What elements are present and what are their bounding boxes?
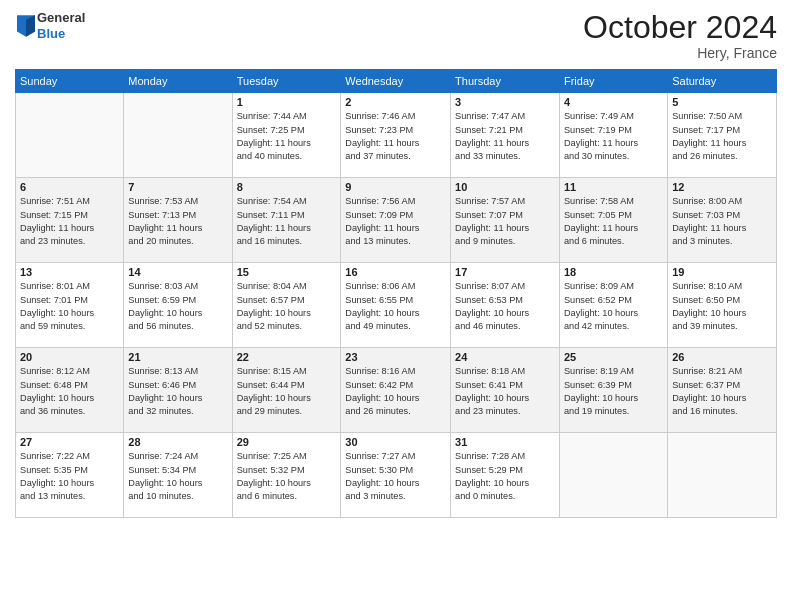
- day-number: 5: [672, 96, 772, 108]
- day-number: 28: [128, 436, 227, 448]
- calendar-cell: 2Sunrise: 7:46 AMSunset: 7:23 PMDaylight…: [341, 93, 451, 178]
- day-info: Sunrise: 8:13 AMSunset: 6:46 PMDaylight:…: [128, 365, 227, 418]
- calendar-week-row: 13Sunrise: 8:01 AMSunset: 7:01 PMDayligh…: [16, 263, 777, 348]
- location: Hery, France: [583, 45, 777, 61]
- logo: General Blue: [15, 10, 85, 41]
- day-number: 9: [345, 181, 446, 193]
- logo-icon: [17, 15, 35, 37]
- calendar-cell: 11Sunrise: 7:58 AMSunset: 7:05 PMDayligh…: [559, 178, 667, 263]
- header-wednesday: Wednesday: [341, 70, 451, 93]
- day-number: 30: [345, 436, 446, 448]
- day-info: Sunrise: 8:16 AMSunset: 6:42 PMDaylight:…: [345, 365, 446, 418]
- header-friday: Friday: [559, 70, 667, 93]
- calendar-cell: 21Sunrise: 8:13 AMSunset: 6:46 PMDayligh…: [124, 348, 232, 433]
- calendar-cell: 26Sunrise: 8:21 AMSunset: 6:37 PMDayligh…: [668, 348, 777, 433]
- calendar-cell: 9Sunrise: 7:56 AMSunset: 7:09 PMDaylight…: [341, 178, 451, 263]
- day-info: Sunrise: 7:25 AMSunset: 5:32 PMDaylight:…: [237, 450, 337, 503]
- calendar-week-row: 6Sunrise: 7:51 AMSunset: 7:15 PMDaylight…: [16, 178, 777, 263]
- day-info: Sunrise: 8:00 AMSunset: 7:03 PMDaylight:…: [672, 195, 772, 248]
- day-info: Sunrise: 8:21 AMSunset: 6:37 PMDaylight:…: [672, 365, 772, 418]
- calendar-cell: 13Sunrise: 8:01 AMSunset: 7:01 PMDayligh…: [16, 263, 124, 348]
- calendar-week-row: 27Sunrise: 7:22 AMSunset: 5:35 PMDayligh…: [16, 433, 777, 518]
- calendar-cell: 29Sunrise: 7:25 AMSunset: 5:32 PMDayligh…: [232, 433, 341, 518]
- day-number: 21: [128, 351, 227, 363]
- day-info: Sunrise: 7:58 AMSunset: 7:05 PMDaylight:…: [564, 195, 663, 248]
- day-number: 27: [20, 436, 119, 448]
- calendar-cell: [668, 433, 777, 518]
- header: General Blue October 2024 Hery, France: [15, 10, 777, 61]
- calendar-week-row: 20Sunrise: 8:12 AMSunset: 6:48 PMDayligh…: [16, 348, 777, 433]
- day-number: 15: [237, 266, 337, 278]
- day-number: 13: [20, 266, 119, 278]
- day-info: Sunrise: 7:51 AMSunset: 7:15 PMDaylight:…: [20, 195, 119, 248]
- header-saturday: Saturday: [668, 70, 777, 93]
- day-info: Sunrise: 8:18 AMSunset: 6:41 PMDaylight:…: [455, 365, 555, 418]
- day-number: 18: [564, 266, 663, 278]
- day-number: 7: [128, 181, 227, 193]
- calendar-cell: 22Sunrise: 8:15 AMSunset: 6:44 PMDayligh…: [232, 348, 341, 433]
- day-number: 8: [237, 181, 337, 193]
- day-number: 17: [455, 266, 555, 278]
- day-info: Sunrise: 7:28 AMSunset: 5:29 PMDaylight:…: [455, 450, 555, 503]
- calendar-cell: 25Sunrise: 8:19 AMSunset: 6:39 PMDayligh…: [559, 348, 667, 433]
- calendar-table: SundayMondayTuesdayWednesdayThursdayFrid…: [15, 69, 777, 518]
- header-tuesday: Tuesday: [232, 70, 341, 93]
- day-number: 2: [345, 96, 446, 108]
- day-info: Sunrise: 8:19 AMSunset: 6:39 PMDaylight:…: [564, 365, 663, 418]
- day-number: 6: [20, 181, 119, 193]
- day-number: 1: [237, 96, 337, 108]
- calendar-cell: 27Sunrise: 7:22 AMSunset: 5:35 PMDayligh…: [16, 433, 124, 518]
- day-info: Sunrise: 7:56 AMSunset: 7:09 PMDaylight:…: [345, 195, 446, 248]
- calendar-cell: 28Sunrise: 7:24 AMSunset: 5:34 PMDayligh…: [124, 433, 232, 518]
- header-sunday: Sunday: [16, 70, 124, 93]
- calendar-cell: [559, 433, 667, 518]
- calendar-cell: 4Sunrise: 7:49 AMSunset: 7:19 PMDaylight…: [559, 93, 667, 178]
- day-info: Sunrise: 7:44 AMSunset: 7:25 PMDaylight:…: [237, 110, 337, 163]
- logo-text: General Blue: [37, 10, 85, 41]
- calendar-cell: 10Sunrise: 7:57 AMSunset: 7:07 PMDayligh…: [451, 178, 560, 263]
- day-info: Sunrise: 8:04 AMSunset: 6:57 PMDaylight:…: [237, 280, 337, 333]
- day-info: Sunrise: 7:50 AMSunset: 7:17 PMDaylight:…: [672, 110, 772, 163]
- calendar-cell: 24Sunrise: 8:18 AMSunset: 6:41 PMDayligh…: [451, 348, 560, 433]
- day-info: Sunrise: 7:54 AMSunset: 7:11 PMDaylight:…: [237, 195, 337, 248]
- day-number: 11: [564, 181, 663, 193]
- calendar-cell: [16, 93, 124, 178]
- day-info: Sunrise: 7:57 AMSunset: 7:07 PMDaylight:…: [455, 195, 555, 248]
- day-info: Sunrise: 8:03 AMSunset: 6:59 PMDaylight:…: [128, 280, 227, 333]
- day-info: Sunrise: 8:06 AMSunset: 6:55 PMDaylight:…: [345, 280, 446, 333]
- day-number: 4: [564, 96, 663, 108]
- day-number: 25: [564, 351, 663, 363]
- day-number: 24: [455, 351, 555, 363]
- day-number: 20: [20, 351, 119, 363]
- calendar-cell: 12Sunrise: 8:00 AMSunset: 7:03 PMDayligh…: [668, 178, 777, 263]
- calendar-cell: 5Sunrise: 7:50 AMSunset: 7:17 PMDaylight…: [668, 93, 777, 178]
- day-info: Sunrise: 7:22 AMSunset: 5:35 PMDaylight:…: [20, 450, 119, 503]
- day-number: 23: [345, 351, 446, 363]
- calendar-cell: 31Sunrise: 7:28 AMSunset: 5:29 PMDayligh…: [451, 433, 560, 518]
- month-title: October 2024: [583, 10, 777, 45]
- day-info: Sunrise: 7:27 AMSunset: 5:30 PMDaylight:…: [345, 450, 446, 503]
- day-info: Sunrise: 8:12 AMSunset: 6:48 PMDaylight:…: [20, 365, 119, 418]
- day-number: 22: [237, 351, 337, 363]
- day-number: 14: [128, 266, 227, 278]
- day-number: 29: [237, 436, 337, 448]
- calendar-cell: 18Sunrise: 8:09 AMSunset: 6:52 PMDayligh…: [559, 263, 667, 348]
- calendar-cell: 17Sunrise: 8:07 AMSunset: 6:53 PMDayligh…: [451, 263, 560, 348]
- calendar-cell: 1Sunrise: 7:44 AMSunset: 7:25 PMDaylight…: [232, 93, 341, 178]
- day-info: Sunrise: 7:49 AMSunset: 7:19 PMDaylight:…: [564, 110, 663, 163]
- calendar-cell: [124, 93, 232, 178]
- day-number: 26: [672, 351, 772, 363]
- calendar-cell: 6Sunrise: 7:51 AMSunset: 7:15 PMDaylight…: [16, 178, 124, 263]
- header-monday: Monday: [124, 70, 232, 93]
- calendar-cell: 8Sunrise: 7:54 AMSunset: 7:11 PMDaylight…: [232, 178, 341, 263]
- day-number: 12: [672, 181, 772, 193]
- day-info: Sunrise: 7:53 AMSunset: 7:13 PMDaylight:…: [128, 195, 227, 248]
- day-info: Sunrise: 7:47 AMSunset: 7:21 PMDaylight:…: [455, 110, 555, 163]
- calendar-header-row: SundayMondayTuesdayWednesdayThursdayFrid…: [16, 70, 777, 93]
- day-number: 16: [345, 266, 446, 278]
- day-info: Sunrise: 8:15 AMSunset: 6:44 PMDaylight:…: [237, 365, 337, 418]
- calendar-cell: 16Sunrise: 8:06 AMSunset: 6:55 PMDayligh…: [341, 263, 451, 348]
- title-block: October 2024 Hery, France: [583, 10, 777, 61]
- day-info: Sunrise: 8:10 AMSunset: 6:50 PMDaylight:…: [672, 280, 772, 333]
- calendar-cell: 7Sunrise: 7:53 AMSunset: 7:13 PMDaylight…: [124, 178, 232, 263]
